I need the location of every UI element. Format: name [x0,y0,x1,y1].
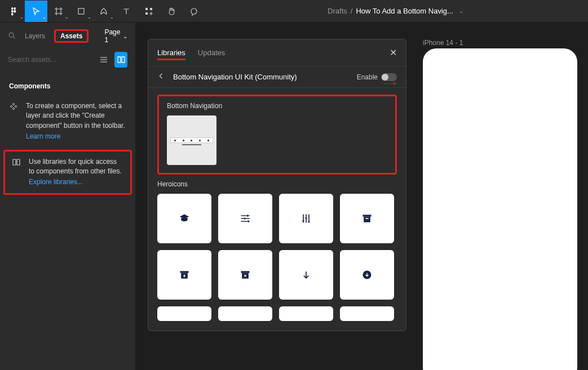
svg-rect-16 [363,215,372,216]
frame-label[interactable]: iPhone 14 - 1 [423,39,463,47]
toolbar-left-group: ⌄ ⌄ ⌄ ⌄ ⌄ [2,1,205,22]
svg-point-9 [9,33,14,37]
cursor-icon [32,7,41,16]
chevron-down-icon: ⌄ [87,15,91,20]
panel-body: Bottom Navigation Heroicons [148,88,406,331]
svg-point-3 [14,10,16,12]
panel-tabs: Libraries Updates ✕ [148,39,406,66]
svg-rect-7 [150,8,152,10]
heroicon-arrow-down-circle[interactable] [340,250,394,300]
bottom-navigation-component[interactable] [167,115,216,165]
learn-more-link[interactable]: Learn more [26,132,126,141]
adjustments-horizontal-icon [240,213,251,224]
svg-rect-21 [241,271,250,273]
svg-rect-8 [145,12,148,15]
tab-layers[interactable]: Layers [24,30,46,42]
svg-rect-6 [145,8,148,10]
breadcrumb-separator: / [351,7,353,15]
archive-box-icon [361,213,373,224]
search-icon[interactable] [8,32,16,41]
library-title: Bottom Navigation UI Kit (Community) [173,73,297,81]
chevron-down-icon: ⌄ [110,15,114,20]
svg-rect-18 [366,218,369,219]
canvas[interactable]: Libraries Updates ✕ Bottom Navigation UI… [135,23,588,370]
annotation-highlight-assets: Assets [54,29,89,43]
search-assets-input[interactable] [8,56,92,64]
svg-rect-4 [11,13,14,16]
text-tool-button[interactable] [115,1,138,22]
heroicons-grid [157,194,397,321]
section-bottom-navigation-label: Bottom Navigation [167,102,387,110]
heroicon-adjustments-vertical[interactable] [279,194,333,243]
libraries-info-text: Use libraries for quick access to compon… [29,158,122,175]
svg-point-10 [247,215,249,216]
chevron-down-icon[interactable]: ⌄ [459,8,463,14]
list-icon [99,55,108,64]
svg-rect-19 [180,271,189,273]
chevron-down-icon: ⌄ [42,15,46,20]
panel-header: Bottom Navigation UI Kit (Community) Ena… [148,66,406,88]
create-component-text: To create a component, select a layer an… [26,102,125,130]
pen-icon [99,7,108,16]
archive-down-icon [179,269,190,280]
resources-tool-button[interactable] [138,1,160,22]
svg-rect-5 [78,8,84,14]
sidebar-tabs: Layers Assets Page 1 ⌄ [0,25,135,47]
create-component-info: To create a component, select a layer an… [0,96,135,148]
component-icon [9,102,19,113]
file-name[interactable]: How To Add a Bottom Navig... [356,7,453,15]
book-icon [117,55,126,64]
heroicon-placeholder-1[interactable] [157,306,211,321]
explore-libraries-link[interactable]: Explore libraries... [29,177,123,187]
frame-tool-button[interactable]: ⌄ [47,1,70,22]
pen-tool-button[interactable]: ⌄ [92,1,115,22]
components-heading: Components [0,72,135,96]
svg-rect-17 [364,217,370,222]
panel-tab-updates[interactable]: Updates [198,41,225,65]
left-sidebar: Layers Assets Page 1 ⌄ Components [0,23,135,370]
heroicon-adjustments-horizontal[interactable] [218,194,272,243]
back-button[interactable] [157,72,167,82]
figma-menu-button[interactable]: ⌄ [2,1,25,22]
heroicon-placeholder-4[interactable] [340,306,394,321]
arrow-down-icon [300,269,312,280]
hand-tool-button[interactable] [160,1,183,22]
libraries-panel: Libraries Updates ✕ Bottom Navigation UI… [148,39,406,331]
chevron-down-icon: ⌄ [20,15,24,20]
comment-tool-button[interactable] [183,1,205,22]
heroicon-placeholder-3[interactable] [279,306,333,321]
heroicon-archive-down[interactable] [157,250,211,300]
breadcrumb-drafts[interactable]: Drafts [328,7,347,15]
frame-icon [54,7,63,16]
shape-tool-button[interactable]: ⌄ [70,1,92,22]
heroicon-placeholder-2[interactable] [218,306,272,321]
adjustments-vertical-icon [300,213,312,224]
heroicon-archive-box[interactable] [340,194,394,243]
annotation-arrow: → [379,77,401,90]
text-icon [122,7,131,16]
iphone-frame[interactable] [423,48,577,370]
svg-point-12 [247,220,249,222]
heroicon-arrow-down[interactable] [279,250,333,300]
list-view-button[interactable] [97,52,110,68]
comment-icon [189,7,198,16]
bottom-nav-preview-icon [170,137,213,143]
heroicon-archive-x[interactable] [218,250,272,300]
arrow-down-circle-icon [361,269,373,280]
tab-assets[interactable]: Assets [59,30,83,42]
close-panel-button[interactable]: ✕ [390,47,397,58]
library-view-button[interactable] [114,52,127,68]
heroicon-academic-cap[interactable] [157,194,211,243]
svg-rect-1 [14,7,16,10]
page-selector[interactable]: Page 1 ⌄ [104,28,127,44]
svg-rect-0 [11,7,14,10]
chevron-down-icon: ⌄ [65,15,69,20]
annotation-highlight-section: Bottom Navigation [157,95,397,175]
svg-point-14 [305,217,307,219]
panel-tab-libraries[interactable]: Libraries [157,41,185,65]
move-tool-button[interactable]: ⌄ [25,1,47,22]
figma-logo-icon [9,7,18,16]
enable-label: Enable [357,73,378,81]
section-heroicons-label: Heroicons [157,180,397,188]
toolbar-title[interactable]: Drafts / How To Add a Bottom Navig... ⌄ [205,7,586,15]
